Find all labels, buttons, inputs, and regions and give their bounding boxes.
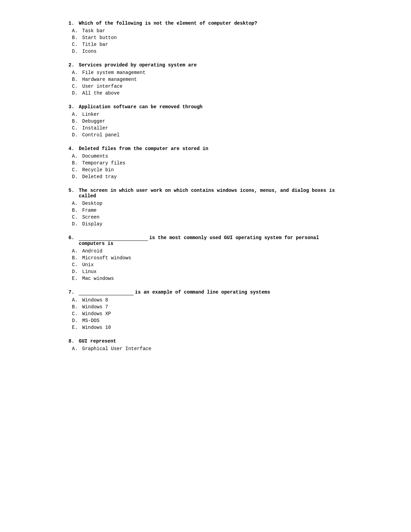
q3-option-d-letter: D. (72, 132, 82, 138)
q2-option-d-letter: D. (72, 90, 82, 96)
q6-option-b-text: Microsoft windows (82, 255, 342, 261)
q6-option-c: C. Unix (68, 262, 342, 268)
q1-option-d-letter: D. (72, 49, 82, 54)
q5-text: The screen in which user work on which c… (79, 188, 342, 199)
q6-option-d-letter: D. (72, 269, 82, 274)
q1-option-c-letter: C. (72, 42, 82, 47)
q5-number: 5. (68, 188, 79, 199)
question-1: 1. Which of the following is not the ele… (68, 21, 342, 54)
q2-text: Services provided by operating system ar… (79, 62, 342, 68)
q4-option-b-letter: B. (72, 160, 82, 166)
q8-text: GUI represent (79, 338, 342, 344)
q5-option-b-text: Frame (82, 208, 342, 213)
q6-option-b-letter: B. (72, 255, 82, 261)
q3-option-b-letter: B. (72, 119, 82, 124)
q3-option-c-text: Installer (82, 125, 342, 131)
q4-option-c: C. Recycle bin (68, 167, 342, 173)
q7-text: is an example of command line operating … (79, 289, 342, 295)
q4-option-d-text: Deleted tray (82, 174, 342, 180)
q1-option-a: A. Task bar (68, 28, 342, 34)
question-6: 6. is the most commonly used GUI operati… (68, 235, 342, 281)
q4-number: 4. (68, 146, 79, 151)
q1-option-b: B. Start button (68, 35, 342, 40)
q6-option-b: B. Microsoft windows (68, 255, 342, 261)
q3-option-c-letter: C. (72, 125, 82, 131)
q4-option-b: B. Temporary files (68, 160, 342, 166)
q3-number: 3. (68, 104, 79, 110)
q4-option-d-letter: D. (72, 174, 82, 180)
q1-option-c-text: Title bar (82, 42, 342, 47)
q2-option-c: C. User interface (68, 84, 342, 89)
q8-option-a-letter: A. (72, 346, 82, 351)
q7-option-a: A. Windows 8 (68, 297, 342, 303)
q7-blank (79, 289, 134, 295)
q5-option-a: A. Desktop (68, 201, 342, 206)
q2-option-a: A. File system management (68, 70, 342, 75)
q5-option-a-letter: A. (72, 201, 82, 206)
q6-option-d-text: Linux (82, 269, 342, 274)
q5-option-c-letter: C. (72, 214, 82, 220)
q6-text: is the most commonly used GUI operating … (79, 235, 342, 246)
question-3: 3. Application software can be removed t… (68, 104, 342, 138)
q6-option-a-letter: A. (72, 248, 82, 254)
q3-option-a-text: Linker (82, 112, 342, 117)
q6-blank (79, 235, 148, 241)
q6-option-d: D. Linux (68, 269, 342, 274)
q1-option-a-letter: A. (72, 28, 82, 34)
q2-option-d-text: All the above (82, 90, 342, 96)
q2-number: 2. (68, 62, 79, 68)
q6-option-a-text: Android (82, 248, 342, 254)
q1-option-d: D. Icons (68, 49, 342, 54)
q2-option-c-text: User interface (82, 84, 342, 89)
q5-option-a-text: Desktop (82, 201, 342, 206)
q7-text-after: is an example of command line operating … (135, 289, 270, 295)
q2-option-d: D. All the above (68, 90, 342, 96)
q5-option-b: B. Frame (68, 208, 342, 213)
q2-option-b-letter: B. (72, 77, 82, 82)
q3-option-a-letter: A. (72, 112, 82, 117)
question-7: 7. is an example of command line operati… (68, 289, 342, 330)
q3-option-d-text: Control panel (82, 132, 342, 138)
q5-option-c-text: Screen (82, 214, 342, 220)
q7-option-d: D. MS-DOS (68, 318, 342, 323)
q1-number: 1. (68, 21, 79, 26)
q7-number: 7. (68, 289, 79, 295)
q8-number: 8. (68, 338, 79, 344)
q6-option-c-letter: C. (72, 262, 82, 268)
q4-option-a: A. Documents (68, 153, 342, 159)
q5-option-d-text: Display (82, 221, 342, 227)
q1-option-b-text: Start button (82, 35, 342, 40)
q6-option-e: E. Mac windows (68, 276, 342, 281)
q1-option-a-text: Task bar (82, 28, 342, 34)
q1-option-c: C. Title bar (68, 42, 342, 47)
question-4: 4. Deleted files from the computer are s… (68, 146, 342, 180)
q7-option-a-letter: A. (72, 297, 82, 303)
q8-option-a-text: Graphical User Interface (82, 346, 342, 351)
q4-option-d: D. Deleted tray (68, 174, 342, 180)
q6-option-a: A. Android (68, 248, 342, 254)
q6-option-e-letter: E. (72, 276, 82, 281)
q3-text: Application software can be removed thro… (79, 104, 342, 110)
q1-option-b-letter: B. (72, 35, 82, 40)
q4-option-c-letter: C. (72, 167, 82, 173)
q4-text: Deleted files from the computer are stor… (79, 146, 342, 151)
q7-option-e-letter: E. (72, 325, 82, 330)
q2-option-c-letter: C. (72, 84, 82, 89)
q7-option-a-text: Windows 8 (82, 297, 342, 303)
q7-option-b: B. Windows 7 (68, 304, 342, 310)
q6-number: 6. (68, 235, 79, 246)
question-2: 2. Services provided by operating system… (68, 62, 342, 96)
q2-option-a-letter: A. (72, 70, 82, 75)
q4-option-a-letter: A. (72, 153, 82, 159)
q7-option-e: E. Windows 10 (68, 325, 342, 330)
q4-option-c-text: Recycle bin (82, 167, 342, 173)
q6-option-e-text: Mac windows (82, 276, 342, 281)
q7-option-b-text: Windows 7 (82, 304, 342, 310)
q2-option-b-text: Hardware management (82, 77, 342, 82)
q7-option-e-text: Windows 10 (82, 325, 342, 330)
q6-option-c-text: Unix (82, 262, 342, 268)
q3-option-a: A. Linker (68, 112, 342, 117)
q7-option-b-letter: B. (72, 304, 82, 310)
q7-option-c-text: Windows XP (82, 311, 342, 317)
q4-option-a-text: Documents (82, 153, 342, 159)
